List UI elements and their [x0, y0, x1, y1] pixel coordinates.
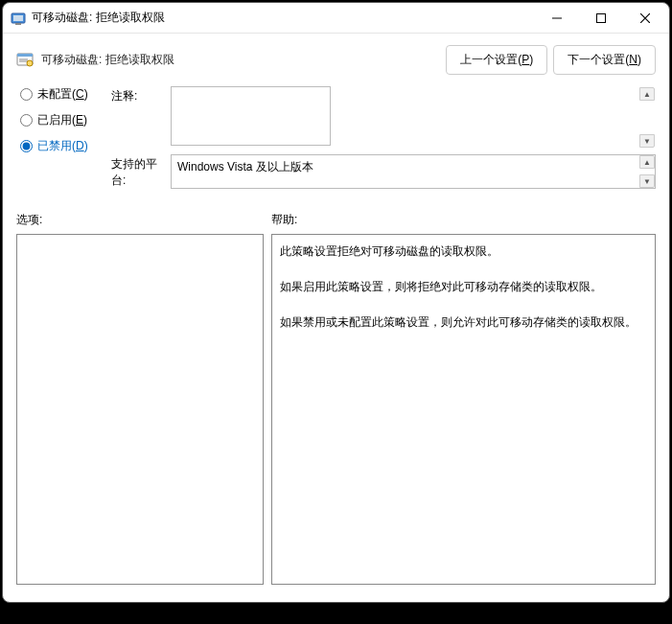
help-paragraph: 如果启用此策略设置，则将拒绝对此可移动存储类的读取权限。	[280, 276, 647, 298]
help-panel: 此策略设置拒绝对可移动磁盘的读取权限。 如果启用此策略设置，则将拒绝对此可移动存…	[271, 234, 656, 585]
platform-scroll-up[interactable]: ▲	[639, 155, 655, 169]
policy-name: 可移动磁盘: 拒绝读取权限	[41, 52, 438, 68]
radio-disabled[interactable]: 已禁用(D)	[20, 138, 102, 154]
radio-enabled-input[interactable]	[20, 114, 33, 127]
close-button[interactable]	[623, 4, 667, 33]
help-paragraph: 如果禁用或未配置此策略设置，则允许对此可移动存储类的读取权限。	[280, 312, 647, 334]
comment-scroll-down[interactable]: ▼	[639, 134, 655, 148]
help-paragraph: 此策略设置拒绝对可移动磁盘的读取权限。	[280, 241, 647, 263]
window-title: 可移动磁盘: 拒绝读取权限	[32, 10, 535, 26]
svg-rect-1	[13, 15, 23, 21]
minimize-button[interactable]	[535, 4, 579, 33]
svg-point-11	[27, 60, 33, 66]
platform-scroll-down[interactable]: ▼	[639, 174, 655, 188]
options-panel	[16, 234, 264, 585]
help-section-label: 帮助:	[271, 212, 297, 228]
platform-label: 支持的平台:	[111, 154, 171, 189]
supported-platform-value: Windows Vista 及以上版本	[177, 160, 313, 173]
radio-not-configured-input[interactable]	[20, 88, 33, 101]
svg-rect-4	[597, 13, 606, 22]
prev-setting-button[interactable]: 上一个设置(P)	[446, 45, 547, 75]
policy-icon	[16, 52, 34, 69]
app-icon	[11, 11, 26, 26]
svg-rect-2	[15, 23, 21, 25]
radio-disabled-input[interactable]	[20, 140, 33, 152]
policy-header: 可移动磁盘: 拒绝读取权限 上一个设置(P) 下一个设置(N)	[3, 34, 669, 82]
comment-label: 注释:	[111, 86, 171, 149]
policy-editor-window: 可移动磁盘: 拒绝读取权限 可移动磁盘: 拒绝读取权限 上一个设置(P) 下一个…	[2, 2, 670, 603]
radio-not-configured[interactable]: 未配置(C)	[20, 86, 102, 103]
radio-enabled[interactable]: 已启用(E)	[20, 112, 102, 128]
titlebar: 可移动磁盘: 拒绝读取权限	[3, 3, 669, 34]
svg-rect-8	[17, 54, 33, 57]
supported-platform-box: Windows Vista 及以上版本	[171, 154, 656, 189]
comment-textarea[interactable]	[171, 86, 331, 146]
maximize-button[interactable]	[579, 4, 623, 33]
options-section-label: 选项:	[16, 212, 271, 228]
next-setting-button[interactable]: 下一个设置(N)	[553, 45, 656, 75]
comment-scroll-up[interactable]: ▲	[639, 87, 655, 101]
state-radio-group: 未配置(C) 已启用(E) 已禁用(D)	[20, 86, 102, 195]
